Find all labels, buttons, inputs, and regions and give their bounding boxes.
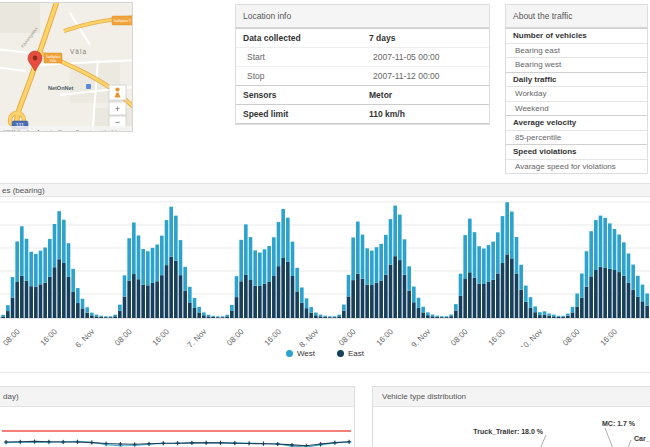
east-bar[interactable] (412, 302, 416, 318)
data-point-marker[interactable] (76, 440, 80, 444)
west-bar[interactable] (81, 299, 85, 309)
west-bar[interactable] (384, 235, 388, 275)
terms-link[interactable]: Användarvillkor (37, 129, 67, 133)
west-bar[interactable] (188, 287, 192, 303)
east-bar[interactable] (617, 272, 621, 318)
west-bar[interactable] (90, 313, 94, 316)
east-bar[interactable] (608, 269, 612, 318)
east-bar[interactable] (165, 265, 169, 318)
west-bar[interactable] (379, 244, 383, 281)
west-bar[interactable] (207, 315, 211, 317)
west-bar[interactable] (211, 316, 215, 317)
west-bar[interactable] (594, 220, 598, 270)
west-bar[interactable] (543, 311, 547, 314)
west-bar[interactable] (174, 216, 178, 261)
east-bar[interactable] (477, 284, 481, 318)
east-bar[interactable] (533, 312, 537, 318)
east-bar[interactable] (281, 258, 285, 318)
west-bar[interactable] (421, 307, 425, 313)
east-bar[interactable] (613, 270, 617, 318)
west-bar[interactable] (501, 216, 505, 263)
menu-item[interactable]: Avarage speed for violations (506, 159, 647, 174)
east-bar[interactable] (118, 311, 122, 318)
west-bar[interactable] (510, 212, 514, 259)
east-bar[interactable] (426, 315, 430, 318)
east-bar[interactable] (580, 298, 584, 318)
west-bar[interactable] (631, 265, 635, 290)
east-bar[interactable] (323, 317, 327, 318)
east-bar[interactable] (249, 280, 253, 318)
west-bar[interactable] (179, 240, 183, 275)
west-bar[interactable] (309, 307, 313, 312)
menu-item[interactable]: Bearing east (506, 43, 647, 58)
west-bar[interactable] (641, 285, 645, 302)
west-bar[interactable] (15, 241, 19, 282)
west-bar[interactable] (608, 223, 612, 268)
east-bar[interactable] (519, 290, 523, 318)
west-bar[interactable] (221, 316, 225, 317)
east-bar[interactable] (641, 301, 645, 318)
west-bar[interactable] (314, 313, 318, 316)
west-bar[interactable] (239, 240, 243, 281)
west-bar[interactable] (67, 243, 71, 277)
east-bar[interactable] (57, 259, 61, 318)
west-bar[interactable] (398, 215, 402, 261)
east-bar[interactable] (417, 308, 421, 318)
east-bar[interactable] (300, 303, 304, 318)
data-point-marker[interactable] (61, 440, 65, 444)
east-bar[interactable] (197, 312, 201, 318)
west-bar[interactable] (370, 251, 374, 285)
west-bar[interactable] (62, 220, 66, 263)
east-bar[interactable] (188, 302, 192, 318)
west-bar[interactable] (375, 247, 379, 282)
west-bar[interactable] (323, 316, 327, 317)
east-bar[interactable] (491, 280, 495, 318)
west-bar[interactable] (342, 305, 346, 311)
west-bar[interactable] (505, 202, 509, 254)
west-bar[interactable] (333, 316, 337, 317)
west-bar[interactable] (53, 224, 57, 267)
west-bar[interactable] (622, 242, 626, 275)
east-bar[interactable] (160, 275, 164, 318)
east-bar[interactable] (155, 281, 159, 318)
west-bar[interactable] (127, 238, 131, 280)
west-bar[interactable] (491, 242, 495, 280)
east-bar[interactable] (585, 287, 589, 318)
menu-item[interactable]: 85-percentile (506, 130, 647, 145)
west-bar[interactable] (613, 229, 617, 270)
west-bar[interactable] (300, 287, 304, 302)
west-bar[interactable] (11, 277, 15, 297)
data-point-marker[interactable] (90, 441, 94, 445)
east-bar[interactable] (538, 315, 542, 318)
east-bar[interactable] (127, 281, 131, 318)
east-bar[interactable] (393, 256, 397, 318)
west-bar[interactable] (445, 316, 449, 317)
west-bar[interactable] (281, 209, 285, 258)
legend-item-east[interactable]: East (337, 349, 364, 358)
east-bar[interactable] (403, 275, 407, 318)
east-bar[interactable] (547, 316, 551, 318)
east-bar[interactable] (113, 316, 117, 318)
west-bar[interactable] (286, 218, 290, 262)
east-bar[interactable] (309, 313, 313, 318)
east-bar[interactable] (375, 283, 379, 318)
east-bar[interactable] (645, 306, 649, 318)
east-bar[interactable] (314, 315, 318, 318)
west-bar[interactable] (43, 247, 47, 282)
west-bar[interactable] (533, 306, 537, 312)
east-bar[interactable] (524, 302, 528, 318)
menu-item[interactable]: Workday (506, 86, 647, 101)
east-bar[interactable] (146, 285, 150, 318)
west-bar[interactable] (407, 266, 411, 290)
west-bar[interactable] (328, 316, 332, 317)
west-bar[interactable] (141, 249, 145, 285)
east-bar[interactable] (263, 284, 267, 318)
east-bar[interactable] (631, 290, 635, 318)
data-point-marker[interactable] (247, 441, 251, 445)
data-point-marker[interactable] (47, 440, 51, 444)
east-bar[interactable] (529, 308, 533, 318)
east-bar[interactable] (193, 308, 197, 318)
east-bar[interactable] (179, 275, 183, 318)
west-bar[interactable] (137, 235, 141, 279)
east-bar[interactable] (25, 281, 29, 318)
